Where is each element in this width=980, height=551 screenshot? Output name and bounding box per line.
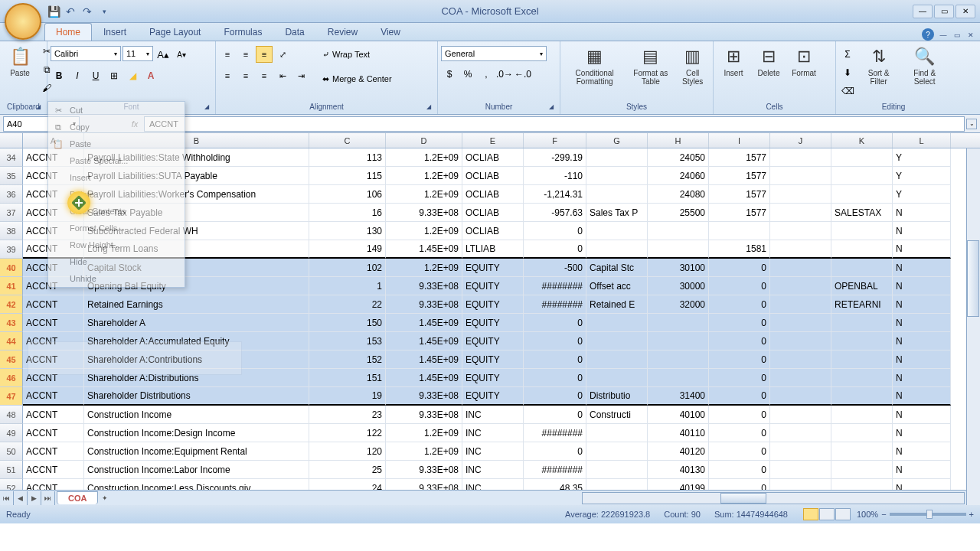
row-header[interactable]: 42	[0, 295, 23, 314]
row-header[interactable]: 39	[0, 240, 23, 259]
context-menu-item[interactable]: Unhide	[48, 270, 185, 287]
decrease-decimal-icon[interactable]: ←.0	[514, 66, 531, 83]
cell[interactable]: 9.33E+08	[386, 479, 462, 490]
cell[interactable]	[770, 424, 831, 442]
cell[interactable]: 0	[709, 424, 770, 442]
cell[interactable]: 150	[309, 314, 386, 332]
cell[interactable]: 16	[309, 204, 386, 222]
cell[interactable]	[770, 204, 831, 222]
cell[interactable]: SALESTAX	[831, 204, 893, 222]
cell[interactable]: Distributio	[586, 387, 648, 406]
comma-icon[interactable]: ,	[478, 66, 495, 83]
row-header[interactable]: 35	[0, 167, 23, 185]
cell[interactable]: Construction Income	[84, 406, 309, 424]
table-row[interactable]: 48ACCNTConstruction Income239.33E+08INC0…	[0, 406, 980, 424]
grow-font-icon[interactable]: A▴	[155, 46, 172, 63]
cell[interactable]: EQUITY	[462, 259, 524, 277]
cell[interactable]: 1.2E+09	[386, 167, 462, 185]
cell[interactable]: 40100	[648, 406, 709, 424]
sheet-nav-next-icon[interactable]: ▶	[28, 491, 41, 505]
format-cells-button[interactable]: ⊡Format	[787, 43, 821, 79]
cell[interactable]: EQUITY	[462, 369, 524, 387]
cell[interactable]: -110	[524, 167, 586, 185]
cell[interactable]: INC	[462, 406, 524, 424]
cell[interactable]: OCLIAB	[462, 167, 524, 185]
cell[interactable]	[831, 240, 893, 259]
row-header[interactable]: 47	[0, 387, 23, 406]
context-menu-item[interactable]: Hide	[48, 253, 185, 270]
cell[interactable]: Construction Income:Equipment Rental	[84, 442, 309, 461]
border-icon[interactable]: ⊞	[106, 67, 122, 84]
cell[interactable]	[586, 185, 648, 204]
table-row[interactable]: 42ACCNTRetained Earnings229.33E+08EQUITY…	[0, 295, 980, 314]
column-header-D[interactable]: D	[386, 133, 462, 148]
qat-customize-icon[interactable]: ▾	[96, 4, 112, 19]
sheet-nav-prev-icon[interactable]: ◀	[14, 491, 28, 505]
decrease-indent-icon[interactable]: ⇤	[274, 67, 291, 84]
redo-icon[interactable]: ↷	[80, 4, 95, 19]
accounting-icon[interactable]: $	[441, 66, 458, 83]
cell[interactable]: 0	[709, 442, 770, 461]
column-header-K[interactable]: K	[831, 133, 893, 148]
cell[interactable]: EQUITY	[462, 295, 524, 314]
cell[interactable]	[586, 461, 648, 479]
cell[interactable]: 22	[309, 295, 386, 314]
cell[interactable]: 106	[309, 185, 386, 204]
cell[interactable]	[770, 387, 831, 406]
formula-expand-icon[interactable]: ⌄	[966, 119, 977, 129]
cell[interactable]: INC	[462, 479, 524, 490]
column-header-J[interactable]: J	[770, 133, 831, 148]
page-layout-view-button[interactable]	[819, 508, 835, 520]
cell[interactable]	[648, 350, 709, 369]
column-header-L[interactable]: L	[893, 133, 951, 148]
maximize-button[interactable]: ▭	[934, 5, 954, 18]
cell[interactable]	[648, 314, 709, 332]
row-header[interactable]: 36	[0, 185, 23, 204]
cell[interactable]	[586, 148, 648, 167]
cell[interactable]	[586, 369, 648, 387]
cell[interactable]: 0	[524, 350, 586, 369]
cell[interactable]: ACCNT	[23, 442, 84, 461]
cell[interactable]: 1577	[709, 148, 770, 167]
cell[interactable]: 1577	[709, 204, 770, 222]
cell[interactable]: Construction Income:Less Discounts giv	[84, 479, 309, 490]
tab-formulas[interactable]: Formulas	[212, 23, 273, 41]
align-left-icon[interactable]: ≡	[219, 67, 236, 84]
cell[interactable]: N	[893, 259, 951, 277]
cell[interactable]: ACCNT	[23, 314, 84, 332]
cell[interactable]: 122	[309, 424, 386, 442]
cell[interactable]	[770, 185, 831, 204]
cell[interactable]: Construction Income:Labor Income	[84, 461, 309, 479]
context-menu-item[interactable]: Insert	[48, 169, 185, 186]
fill-icon[interactable]: ⬇	[839, 64, 856, 81]
cell[interactable]: ACCNT	[23, 424, 84, 442]
cell[interactable]: 0	[524, 240, 586, 259]
cell[interactable]: EQUITY	[462, 314, 524, 332]
cell[interactable]: 9.33E+08	[386, 461, 462, 479]
cell[interactable]	[831, 167, 893, 185]
context-menu-item[interactable]: Paste Special...	[48, 152, 185, 169]
cell[interactable]: OPENBAL	[831, 277, 893, 295]
bold-button[interactable]: B	[51, 67, 67, 84]
cell[interactable]: 9.33E+08	[386, 277, 462, 295]
cell[interactable]: 102	[309, 259, 386, 277]
fill-color-icon[interactable]: ◢	[124, 67, 141, 84]
cell[interactable]	[770, 277, 831, 295]
cell[interactable]: Y	[893, 148, 951, 167]
zoom-level[interactable]: 100%	[857, 510, 878, 519]
tab-home[interactable]: Home	[44, 23, 92, 41]
cell[interactable]: Shareholder Distributions	[84, 387, 309, 406]
cell[interactable]: 1.45E+09	[386, 314, 462, 332]
cell[interactable]: N	[893, 222, 951, 240]
cell[interactable]: 113	[309, 148, 386, 167]
font-name-select[interactable]: Calibri▾	[51, 46, 121, 61]
cell[interactable]: 0	[524, 369, 586, 387]
cell[interactable]	[770, 259, 831, 277]
clipboard-dialog-icon[interactable]: ◢	[36, 103, 45, 112]
cell[interactable]: 0	[709, 406, 770, 424]
table-row[interactable]: 49ACCNTConstruction Income:Design Income…	[0, 424, 980, 442]
cell[interactable]: 0	[524, 387, 586, 406]
cell[interactable]: 120	[309, 442, 386, 461]
row-header[interactable]: 44	[0, 332, 23, 350]
cell[interactable]: 0	[524, 406, 586, 424]
